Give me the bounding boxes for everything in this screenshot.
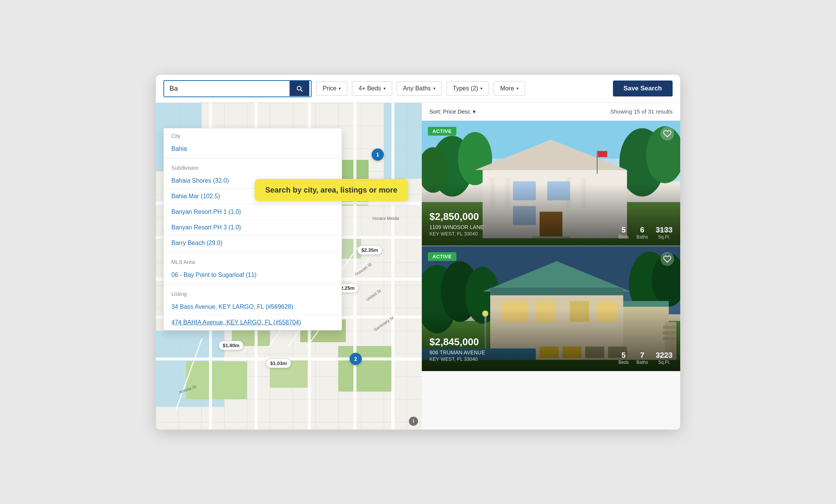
street-horace: Horace Middle: [372, 216, 399, 221]
stat-beds-2: 5 Beds: [618, 351, 629, 365]
save-search-label: Save Search: [624, 85, 662, 92]
listing-mls-2: #575869: [656, 353, 673, 357]
listing-heart-1[interactable]: [660, 127, 674, 141]
autocomplete-dropdown: City Bahia Subdivision Bahaia Shores (32…: [163, 128, 342, 330]
listing-card-1[interactable]: ACTIVE $2,850,000 1109 WINDSOR LANE KEY …: [422, 121, 680, 246]
beds-chevron-icon: ▾: [383, 86, 386, 91]
search-box: [163, 80, 312, 97]
more-filter-button[interactable]: More ▾: [494, 81, 525, 96]
sort-label: Sort: Price Desc: [429, 108, 470, 115]
stat-baths-1: 6 Baths: [636, 226, 648, 240]
listings-header: Sort: Price Desc ▾ Showing 15 of 31 resu…: [422, 103, 680, 121]
section-label-listing: Listing: [164, 286, 342, 299]
search-tooltip: Search by city, area, listings or more: [255, 179, 408, 201]
baths-filter-label: Any Baths: [403, 85, 431, 92]
stat-baths-value-2: 7: [640, 351, 644, 360]
save-search-button[interactable]: Save Search: [613, 81, 673, 96]
stat-baths-2: 7 Baths: [636, 351, 648, 365]
price-filter-button[interactable]: Price ▾: [316, 81, 347, 96]
stat-baths-value-1: 6: [640, 226, 644, 234]
stat-beds-label-2: Beds: [618, 360, 629, 365]
dropdown-item-bahia-ave[interactable]: 474 BAHIA Avenue, KEY LARGO, FL (#558704…: [164, 315, 342, 330]
stat-beds-label-1: Beds: [618, 234, 629, 240]
app-container: Price ▾ 4+ Beds ▾ Any Baths ▾ Types (2) …: [156, 75, 680, 430]
listing-price-1: $2,850,000: [429, 211, 673, 223]
heart-icon-1: [663, 130, 671, 138]
sort-button[interactable]: Sort: Price Desc ▾: [429, 108, 476, 115]
price-filter-label: Price: [323, 85, 336, 92]
dropdown-item-bahia[interactable]: Bahia: [164, 141, 342, 157]
map-info-button[interactable]: i: [409, 417, 418, 426]
search-icon: [296, 85, 303, 92]
dropdown-item-barry-beach[interactable]: Barry Beach (29.0): [164, 235, 342, 251]
listing-price-2: $2,845,000: [429, 336, 673, 348]
dropdown-item-bass-ave[interactable]: 34 Bass Avenue, KEY LARGO, FL (#569628): [164, 299, 342, 315]
baths-filter-button[interactable]: Any Baths ▾: [397, 81, 442, 96]
map-price-5[interactable]: $1.80m: [218, 341, 244, 350]
dropdown-item-banyan-ph1[interactable]: Banyan Resort PH 1 (1.0): [164, 204, 342, 220]
map-price-6[interactable]: $1.03m: [266, 359, 291, 368]
stat-baths-label-2: Baths: [636, 360, 648, 365]
price-chevron-icon: ▾: [339, 86, 341, 91]
header: Price ▾ 4+ Beds ▾ Any Baths ▾ Types (2) …: [156, 75, 680, 103]
listing-badge-1: ACTIVE: [428, 127, 456, 136]
dropdown-item-mls-area[interactable]: 06 - Bay Point to Sugarloaf (11): [164, 267, 342, 283]
main-content: $1.90m $2.35m $2.25m $1.60m $1.80m $1.03…: [156, 103, 680, 430]
stat-baths-label-1: Baths: [636, 234, 648, 240]
section-label-city: City: [164, 128, 342, 141]
results-count: Showing 15 of 31 results: [610, 108, 673, 115]
stat-beds-value-2: 5: [622, 351, 626, 360]
map-marker-1[interactable]: 1: [372, 149, 384, 161]
listing-badge-2: ACTIVE: [428, 252, 456, 261]
types-filter-button[interactable]: Types (2) ▾: [446, 81, 489, 96]
beds-filter-label: 4+ Beds: [358, 85, 381, 92]
types-filter-label: Types (2): [453, 85, 478, 92]
map-price-2[interactable]: $2.35m: [357, 245, 382, 255]
listing-card-2[interactable]: ACTIVE $2,845,000 806 TRUMAN AVENUE KEY …: [422, 246, 680, 371]
map-section[interactable]: $1.90m $2.35m $2.25m $1.60m $1.80m $1.03…: [156, 103, 422, 430]
stat-sqft-label-2: Sq.Ft.: [658, 360, 670, 365]
search-input[interactable]: [164, 81, 290, 96]
types-chevron-icon: ▾: [480, 86, 483, 91]
listings-section: Sort: Price Desc ▾ Showing 15 of 31 resu…: [422, 103, 680, 430]
beds-filter-button[interactable]: 4+ Beds ▾: [352, 81, 392, 96]
listing-mls-1: #584804: [656, 228, 673, 232]
sort-chevron-icon: ▾: [473, 108, 476, 115]
section-label-mls-area: MLS Area: [164, 254, 342, 267]
listing-heart-2[interactable]: [660, 252, 674, 266]
more-chevron-icon: ▾: [516, 86, 519, 91]
stat-sqft-label-1: Sq.Ft.: [658, 234, 670, 240]
baths-chevron-icon: ▾: [433, 86, 435, 91]
more-filter-label: More: [500, 85, 514, 92]
search-button[interactable]: [290, 81, 309, 96]
map-marker-2[interactable]: 2: [350, 353, 362, 365]
heart-icon-2: [663, 255, 671, 263]
section-label-subdivision: Subdivision: [164, 160, 342, 173]
stat-beds-value-1: 5: [622, 226, 626, 234]
dropdown-item-banyan-ph3[interactable]: Banyan Resort PH 3 (1.0): [164, 220, 342, 235]
stat-beds-1: 5 Beds: [618, 226, 629, 240]
